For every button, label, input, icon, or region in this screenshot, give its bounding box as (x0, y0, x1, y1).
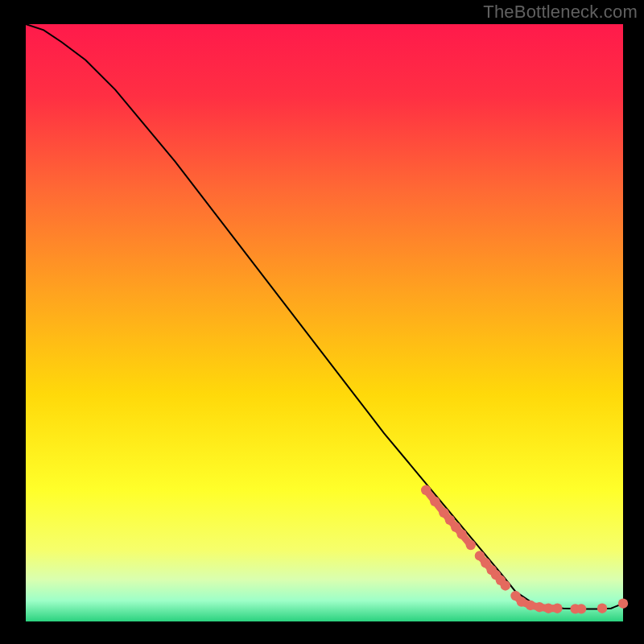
data-point (576, 604, 586, 613)
plot-background (26, 24, 623, 621)
data-point (501, 580, 510, 590)
data-point (618, 599, 628, 609)
data-point (552, 603, 562, 613)
data-point (526, 601, 535, 610)
data-point (466, 540, 476, 550)
data-point (517, 597, 526, 606)
data-point (543, 603, 553, 613)
watermark-text: TheBottleneck.com (483, 2, 638, 23)
bottleneck-curve-chart (0, 0, 644, 644)
data-point (456, 529, 466, 539)
data-point (421, 485, 431, 495)
chart-frame: TheBottleneck.com (0, 0, 644, 644)
data-point (535, 602, 544, 612)
data-point (430, 497, 440, 506)
data-point (597, 603, 607, 613)
